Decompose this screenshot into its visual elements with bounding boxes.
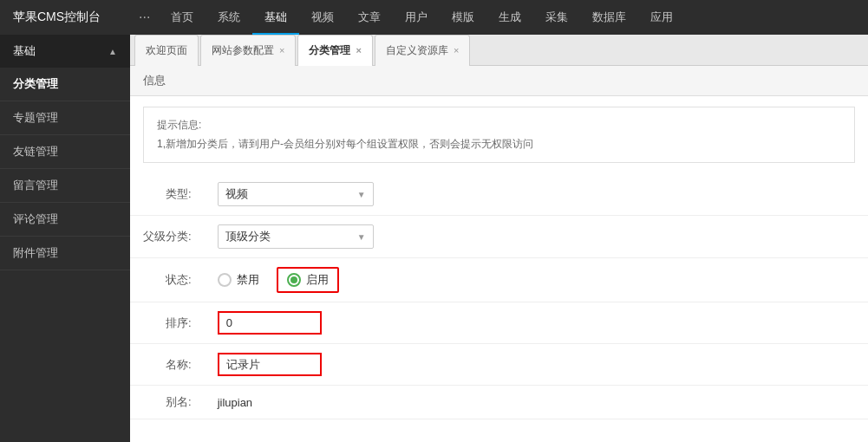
select-parent-value: 顶级分类 (225, 229, 271, 244)
tab-site-config-label: 网站参数配置 (212, 43, 274, 58)
sidebar-collapse-arrow[interactable]: ▲ (108, 47, 117, 56)
nav-item-collect[interactable]: 采集 (533, 0, 580, 35)
sidebar-section-title: 基础 (13, 43, 36, 59)
label-type: 类型: (130, 173, 205, 216)
radio-enable-box[interactable]: 启用 (277, 267, 339, 293)
label-alias: 别名: (130, 386, 205, 419)
tab-category-manage-label: 分类管理 (309, 43, 350, 58)
value-parent: 顶级分类 ▼ (205, 216, 868, 258)
label-name: 名称: (130, 344, 205, 386)
nav-dots[interactable]: ··· (130, 10, 159, 25)
tab-category-manage[interactable]: 分类管理 × (297, 35, 372, 66)
nav-item-home[interactable]: 首页 (159, 0, 206, 35)
tab-site-config[interactable]: 网站参数配置 × (200, 35, 296, 66)
select-type[interactable]: 视频 ▼ (218, 182, 374, 206)
form-row-parent: 父级分类: 顶级分类 ▼ (130, 216, 868, 258)
layout: 基础 ▲ 分类管理 专题管理 友链管理 留言管理 评论管理 附件管理 欢迎页面 … (0, 35, 868, 442)
chevron-down-icon: ▼ (357, 190, 366, 199)
info-line-1: 1,新增加分类后，请到用户-会员组分别对每个组设置权限，否则会提示无权限访问 (157, 135, 841, 154)
info-box: 提示信息: 1,新增加分类后，请到用户-会员组分别对每个组设置权限，否则会提示无… (143, 107, 855, 163)
select-parent[interactable]: 顶级分类 ▼ (218, 224, 374, 249)
sidebar-item-guestbook[interactable]: 留言管理 (0, 169, 130, 203)
radio-enable-outer (287, 273, 301, 287)
form-row-type: 类型: 视频 ▼ (130, 173, 868, 216)
label-parent: 父级分类: (130, 216, 205, 258)
value-order (205, 302, 868, 344)
sidebar-item-category[interactable]: 分类管理 (0, 68, 130, 101)
sidebar-item-comment[interactable]: 评论管理 (0, 203, 130, 237)
info-title: 提示信息: (157, 116, 841, 135)
input-order[interactable] (218, 311, 322, 335)
value-alias: jilupian (205, 386, 868, 419)
label-status: 状态: (130, 258, 205, 302)
input-name[interactable] (218, 353, 322, 376)
nav-item-basic[interactable]: 基础 (252, 0, 299, 35)
value-status: 禁用 启用 (205, 258, 868, 302)
sidebar-item-attachment[interactable]: 附件管理 (0, 237, 130, 270)
sidebar-section-header[interactable]: 基础 ▲ (0, 35, 130, 68)
tabs-bar: 欢迎页面 网站参数配置 × 分类管理 × 自定义资源库 × (130, 35, 868, 66)
section-title: 信息 (130, 66, 868, 96)
radio-enable-label: 启用 (306, 272, 329, 288)
tab-custom-resource[interactable]: 自定义资源库 × (375, 35, 470, 66)
tab-custom-resource-label: 自定义资源库 (386, 43, 448, 58)
form-row-name: 名称: (130, 344, 868, 386)
radio-disable-label: 禁用 (237, 272, 259, 288)
chevron-down-icon-parent: ▼ (357, 232, 366, 242)
nav-item-generate[interactable]: 生成 (486, 0, 533, 35)
sidebar-item-friendlink[interactable]: 友链管理 (0, 135, 130, 169)
nav-item-template[interactable]: 模版 (440, 0, 486, 35)
radio-enable-inner (290, 276, 297, 283)
tab-site-config-close[interactable]: × (279, 46, 284, 55)
select-type-value: 视频 (225, 186, 248, 202)
radio-group-status: 禁用 启用 (218, 267, 855, 293)
nav-item-system[interactable]: 系统 (206, 0, 252, 35)
value-name (205, 344, 868, 386)
brand: 苹果CMS控制台 (0, 10, 130, 25)
tab-category-manage-close[interactable]: × (356, 46, 361, 55)
label-order: 排序: (130, 302, 205, 344)
nav-item-user[interactable]: 用户 (393, 0, 440, 35)
tab-welcome[interactable]: 欢迎页面 (134, 35, 199, 66)
value-type: 视频 ▼ (205, 173, 868, 216)
form-row-order: 排序: (130, 302, 868, 344)
nav-item-article[interactable]: 文章 (346, 0, 393, 35)
radio-disable-outer (218, 273, 232, 287)
form-row-alias: 别名: jilupian (130, 386, 868, 419)
nav-item-app[interactable]: 应用 (638, 0, 685, 35)
form-table: 类型: 视频 ▼ 父级分类: 顶级分类 (130, 173, 868, 419)
nav-item-video[interactable]: 视频 (299, 0, 346, 35)
top-nav: 苹果CMS控制台 ··· 首页 系统 基础 视频 文章 用户 模版 生成 采集 … (0, 0, 868, 35)
sidebar: 基础 ▲ 分类管理 专题管理 友链管理 留言管理 评论管理 附件管理 (0, 35, 130, 442)
sidebar-item-topic[interactable]: 专题管理 (0, 101, 130, 135)
form-row-status: 状态: 禁用 (130, 258, 868, 302)
page-area: 信息 提示信息: 1,新增加分类后，请到用户-会员组分别对每个组设置权限，否则会… (130, 66, 868, 442)
nav-items: 首页 系统 基础 视频 文章 用户 模版 生成 采集 数据库 应用 (159, 0, 685, 35)
tab-custom-resource-close[interactable]: × (454, 46, 459, 55)
tab-welcome-label: 欢迎页面 (146, 43, 187, 58)
radio-disable[interactable]: 禁用 (218, 272, 259, 288)
alias-text: jilupian (218, 396, 252, 409)
main-content: 欢迎页面 网站参数配置 × 分类管理 × 自定义资源库 × 信息 提示信息: 1… (130, 35, 868, 442)
nav-item-database[interactable]: 数据库 (580, 0, 638, 35)
